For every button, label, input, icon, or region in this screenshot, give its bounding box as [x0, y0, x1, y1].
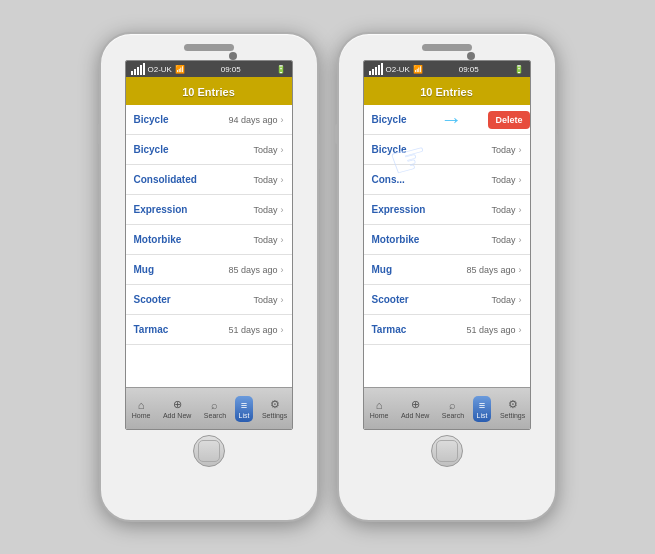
tab-settings[interactable]: ⚙Settings	[496, 395, 529, 422]
status-left: O2-UK📶	[369, 63, 423, 75]
item-detail: 94 days ago›	[228, 115, 283, 125]
signal-bar	[378, 65, 380, 75]
item-name: Tarmac	[372, 324, 407, 335]
item-name: Bicycle	[372, 144, 407, 155]
item-time: Today	[491, 145, 515, 155]
chevron-right-icon: ›	[519, 325, 522, 335]
item-detail: Today›	[491, 235, 521, 245]
phone-inner: O2-UK📶09:05🔋10 EntriesBicycle94 days ago…	[107, 44, 311, 512]
item-name: Cons...	[372, 174, 405, 185]
item-detail: Today›	[253, 145, 283, 155]
carrier-label: O2-UK	[386, 65, 410, 74]
home-button[interactable]	[193, 435, 225, 467]
item-time: Today	[491, 175, 515, 185]
camera	[229, 52, 237, 60]
list-item[interactable]: Cons...Today›	[364, 165, 530, 195]
tab-add-new[interactable]: ⊕Add New	[397, 395, 433, 422]
tab-home[interactable]: ⌂Home	[366, 396, 393, 422]
carrier-label: O2-UK	[148, 65, 172, 74]
camera	[467, 52, 475, 60]
speaker	[422, 44, 472, 51]
item-detail: 51 days ago›	[228, 325, 283, 335]
list-item[interactable]: BicycleToday›	[126, 135, 292, 165]
list-item[interactable]: Mug85 days ago›	[126, 255, 292, 285]
phones-container: O2-UK📶09:05🔋10 EntriesBicycle94 days ago…	[99, 32, 557, 522]
chevron-right-icon: ›	[519, 235, 522, 245]
tab-icon-home: ⌂	[376, 399, 383, 411]
tab-icon-settings: ⚙	[508, 398, 518, 411]
list-area: ☞Bicycle→DeleteBicycleToday›Cons...Today…	[364, 105, 530, 387]
list-item[interactable]: MotorbikeToday›	[126, 225, 292, 255]
screen: O2-UK📶09:05🔋10 EntriesBicycle94 days ago…	[125, 60, 293, 430]
chevron-right-icon: ›	[281, 265, 284, 275]
swipe-item-name: Bicycle	[364, 109, 415, 130]
header-bar: 10 Entries	[364, 77, 530, 105]
list-item[interactable]: ExpressionToday›	[126, 195, 292, 225]
chevron-right-icon: ›	[519, 205, 522, 215]
list-item[interactable]: Bicycle94 days ago›	[126, 105, 292, 135]
home-button-inner	[198, 440, 220, 462]
phone-top	[345, 44, 549, 56]
item-detail: Today›	[253, 205, 283, 215]
list-item[interactable]: ConsolidatedToday›	[126, 165, 292, 195]
signal-bars	[131, 63, 145, 75]
tab-list[interactable]: ≡List	[235, 396, 254, 422]
signal-bar	[372, 69, 374, 75]
tab-icon-list: ≡	[479, 399, 485, 411]
signal-bar	[134, 69, 136, 75]
list-item[interactable]: Tarmac51 days ago›	[364, 315, 530, 345]
tab-bar: ⌂Home⊕Add New⌕Search≡List⚙Settings	[126, 387, 293, 429]
list-item[interactable]: Tarmac51 days ago›	[126, 315, 292, 345]
list-item[interactable]: MotorbikeToday›	[364, 225, 530, 255]
item-detail: Today›	[491, 295, 521, 305]
item-name: Motorbike	[134, 234, 182, 245]
tab-search[interactable]: ⌕Search	[438, 396, 468, 422]
chevron-right-icon: ›	[281, 235, 284, 245]
item-detail: Today›	[491, 145, 521, 155]
tab-add-new[interactable]: ⊕Add New	[159, 395, 195, 422]
item-time: Today	[491, 235, 515, 245]
delete-button[interactable]: Delete	[488, 111, 529, 129]
item-time: Today	[253, 145, 277, 155]
list-area: Bicycle94 days ago›BicycleToday›Consolid…	[126, 105, 292, 387]
swipe-list-row[interactable]: Bicycle→Delete	[364, 105, 530, 135]
item-detail: Today›	[253, 175, 283, 185]
status-bar: O2-UK📶09:05🔋	[364, 61, 530, 77]
list-item[interactable]: Mug85 days ago›	[364, 255, 530, 285]
signal-bar	[137, 67, 139, 75]
tab-list[interactable]: ≡List	[473, 396, 492, 422]
phone-left: O2-UK📶09:05🔋10 EntriesBicycle94 days ago…	[99, 32, 319, 522]
list-item[interactable]: BicycleToday›	[364, 135, 530, 165]
tab-icon-search: ⌕	[211, 399, 218, 411]
header-title: 10 Entries	[182, 86, 235, 98]
tab-icon-settings: ⚙	[270, 398, 280, 411]
tab-label: Add New	[163, 412, 191, 419]
item-name: Scooter	[372, 294, 409, 305]
item-name: Mug	[372, 264, 393, 275]
status-left: O2-UK📶	[131, 63, 185, 75]
tab-label: Home	[370, 412, 389, 419]
tab-icon-add-new: ⊕	[411, 398, 420, 411]
chevron-right-icon: ›	[519, 175, 522, 185]
list-item[interactable]: ScooterToday›	[126, 285, 292, 315]
chevron-right-icon: ›	[519, 145, 522, 155]
chevron-right-icon: ›	[519, 265, 522, 275]
tab-home[interactable]: ⌂Home	[128, 396, 155, 422]
chevron-right-icon: ›	[281, 175, 284, 185]
tab-search[interactable]: ⌕Search	[200, 396, 230, 422]
item-name: Expression	[372, 204, 426, 215]
home-button[interactable]	[431, 435, 463, 467]
tab-label: Add New	[401, 412, 429, 419]
chevron-right-icon: ›	[281, 325, 284, 335]
tab-label: Search	[204, 412, 226, 419]
signal-bar	[140, 65, 142, 75]
side-button-right	[555, 134, 559, 169]
list-item[interactable]: ScooterToday›	[364, 285, 530, 315]
chevron-right-icon: ›	[281, 145, 284, 155]
tab-settings[interactable]: ⚙Settings	[258, 395, 291, 422]
item-name: Consolidated	[134, 174, 197, 185]
signal-bar	[369, 71, 371, 75]
time-display: 09:05	[221, 65, 241, 74]
item-time: 51 days ago	[466, 325, 515, 335]
list-item[interactable]: ExpressionToday›	[364, 195, 530, 225]
